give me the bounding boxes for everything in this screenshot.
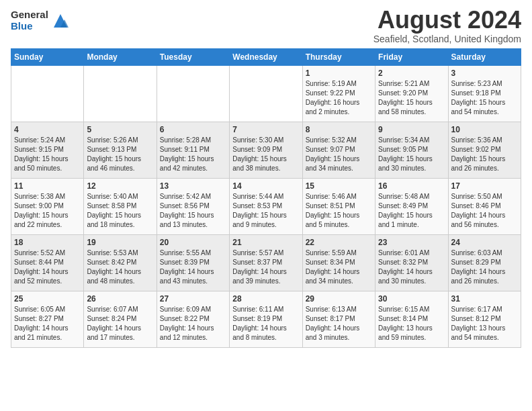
logo-text: General Blue	[11, 9, 48, 32]
calendar-cell: 14Sunrise: 5:44 AMSunset: 8:53 PMDayligh…	[230, 178, 302, 234]
calendar-week-3: 11Sunrise: 5:38 AMSunset: 9:00 PMDayligh…	[11, 178, 521, 234]
calendar-week-5: 25Sunrise: 6:05 AMSunset: 8:27 PMDayligh…	[11, 291, 521, 347]
day-info: Sunrise: 5:42 AMSunset: 8:56 PMDaylight:…	[160, 192, 226, 230]
day-info: Sunrise: 5:59 AMSunset: 8:34 PMDaylight:…	[306, 248, 372, 286]
calendar-header-sunday: Sunday	[11, 48, 84, 65]
day-number: 28	[232, 294, 299, 304]
day-number: 20	[160, 238, 226, 247]
calendar-cell: 1Sunrise: 5:19 AMSunset: 9:22 PMDaylight…	[302, 65, 375, 122]
day-info: Sunrise: 6:13 AMSunset: 8:17 PMDaylight:…	[306, 305, 372, 342]
calendar-cell: 25Sunrise: 6:05 AMSunset: 8:27 PMDayligh…	[11, 291, 84, 347]
calendar-cell: 22Sunrise: 5:59 AMSunset: 8:34 PMDayligh…	[302, 234, 375, 291]
day-number: 8	[306, 125, 372, 134]
main-title: August 2024	[373, 7, 521, 34]
day-info: Sunrise: 5:23 AMSunset: 9:18 PMDaylight:…	[451, 79, 518, 117]
logo: General Blue	[11, 9, 70, 32]
calendar-cell: 3Sunrise: 5:23 AMSunset: 9:18 PMDaylight…	[448, 65, 521, 122]
day-number: 29	[306, 294, 372, 304]
header: General Blue August 2024 Seafield, Scotl…	[11, 7, 521, 44]
logo-blue: Blue	[11, 21, 48, 32]
title-block: August 2024 Seafield, Scotland, United K…	[373, 7, 521, 44]
day-number: 21	[232, 238, 299, 247]
calendar-cell: 2Sunrise: 5:21 AMSunset: 9:20 PMDaylight…	[375, 65, 448, 122]
day-info: Sunrise: 5:57 AMSunset: 8:37 PMDaylight:…	[232, 248, 299, 286]
day-info: Sunrise: 5:34 AMSunset: 9:05 PMDaylight:…	[378, 136, 445, 173]
calendar-cell: 18Sunrise: 5:52 AMSunset: 8:44 PMDayligh…	[11, 234, 84, 291]
calendar-week-2: 4Sunrise: 5:24 AMSunset: 9:15 PMDaylight…	[11, 122, 521, 178]
calendar-cell: 5Sunrise: 5:26 AMSunset: 9:13 PMDaylight…	[84, 122, 157, 178]
day-info: Sunrise: 5:38 AMSunset: 9:00 PMDaylight:…	[14, 192, 81, 230]
calendar-header-wednesday: Wednesday	[230, 48, 302, 65]
day-info: Sunrise: 5:32 AMSunset: 9:07 PMDaylight:…	[306, 136, 372, 173]
day-number: 14	[232, 181, 299, 191]
day-info: Sunrise: 5:28 AMSunset: 9:11 PMDaylight:…	[160, 136, 226, 173]
subtitle: Seafield, Scotland, United Kingdom	[373, 34, 521, 44]
day-info: Sunrise: 6:09 AMSunset: 8:22 PMDaylight:…	[160, 305, 226, 342]
day-info: Sunrise: 5:46 AMSunset: 8:51 PMDaylight:…	[306, 192, 372, 230]
day-number: 17	[451, 181, 518, 191]
day-info: Sunrise: 5:50 AMSunset: 8:46 PMDaylight:…	[451, 192, 518, 230]
calendar-cell: 20Sunrise: 5:55 AMSunset: 8:39 PMDayligh…	[157, 234, 229, 291]
day-number: 2	[378, 68, 445, 78]
day-info: Sunrise: 6:05 AMSunset: 8:27 PMDaylight:…	[14, 305, 81, 342]
day-number: 22	[306, 238, 372, 247]
day-number: 7	[232, 125, 299, 134]
day-info: Sunrise: 6:15 AMSunset: 8:14 PMDaylight:…	[378, 305, 445, 342]
calendar-header-thursday: Thursday	[302, 48, 375, 65]
page: General Blue August 2024 Seafield, Scotl…	[0, 0, 532, 411]
day-info: Sunrise: 5:36 AMSunset: 9:02 PMDaylight:…	[451, 136, 518, 173]
calendar-cell	[84, 65, 157, 122]
day-info: Sunrise: 5:30 AMSunset: 9:09 PMDaylight:…	[232, 136, 299, 173]
day-number: 19	[87, 238, 153, 247]
calendar-cell: 4Sunrise: 5:24 AMSunset: 9:15 PMDaylight…	[11, 122, 84, 178]
day-info: Sunrise: 6:01 AMSunset: 8:32 PMDaylight:…	[378, 248, 445, 286]
calendar-cell: 23Sunrise: 6:01 AMSunset: 8:32 PMDayligh…	[375, 234, 448, 291]
calendar-cell: 15Sunrise: 5:46 AMSunset: 8:51 PMDayligh…	[302, 178, 375, 234]
day-info: Sunrise: 5:48 AMSunset: 8:49 PMDaylight:…	[378, 192, 445, 230]
day-info: Sunrise: 6:11 AMSunset: 8:19 PMDaylight:…	[232, 305, 299, 342]
calendar-cell: 26Sunrise: 6:07 AMSunset: 8:24 PMDayligh…	[84, 291, 157, 347]
calendar-cell: 13Sunrise: 5:42 AMSunset: 8:56 PMDayligh…	[157, 178, 229, 234]
day-info: Sunrise: 6:07 AMSunset: 8:24 PMDaylight:…	[87, 305, 153, 342]
calendar-cell: 29Sunrise: 6:13 AMSunset: 8:17 PMDayligh…	[302, 291, 375, 347]
day-number: 10	[451, 125, 518, 134]
day-info: Sunrise: 5:44 AMSunset: 8:53 PMDaylight:…	[232, 192, 299, 230]
day-number: 24	[451, 238, 518, 247]
day-info: Sunrise: 5:55 AMSunset: 8:39 PMDaylight:…	[160, 248, 226, 286]
day-number: 11	[14, 181, 81, 191]
logo-general: General	[11, 9, 48, 21]
day-number: 31	[451, 294, 518, 304]
day-number: 1	[306, 68, 372, 78]
calendar-cell: 30Sunrise: 6:15 AMSunset: 8:14 PMDayligh…	[375, 291, 448, 347]
day-number: 4	[14, 125, 81, 134]
day-info: Sunrise: 5:24 AMSunset: 9:15 PMDaylight:…	[14, 136, 81, 173]
day-number: 27	[160, 294, 226, 304]
calendar-header-saturday: Saturday	[448, 48, 521, 65]
day-number: 23	[378, 238, 445, 247]
calendar-cell	[230, 65, 302, 122]
calendar-week-4: 18Sunrise: 5:52 AMSunset: 8:44 PMDayligh…	[11, 234, 521, 291]
day-info: Sunrise: 6:17 AMSunset: 8:12 PMDaylight:…	[451, 305, 518, 342]
calendar-cell: 10Sunrise: 5:36 AMSunset: 9:02 PMDayligh…	[448, 122, 521, 178]
calendar-cell: 12Sunrise: 5:40 AMSunset: 8:58 PMDayligh…	[84, 178, 157, 234]
day-info: Sunrise: 5:26 AMSunset: 9:13 PMDaylight:…	[87, 136, 153, 173]
calendar-header-friday: Friday	[375, 48, 448, 65]
day-number: 15	[306, 181, 372, 191]
calendar-week-1: 1Sunrise: 5:19 AMSunset: 9:22 PMDaylight…	[11, 65, 521, 122]
day-info: Sunrise: 5:19 AMSunset: 9:22 PMDaylight:…	[306, 79, 372, 117]
calendar-cell: 7Sunrise: 5:30 AMSunset: 9:09 PMDaylight…	[230, 122, 302, 178]
logo-icon	[51, 11, 70, 30]
day-number: 30	[378, 294, 445, 304]
calendar-cell: 8Sunrise: 5:32 AMSunset: 9:07 PMDaylight…	[302, 122, 375, 178]
day-number: 26	[87, 294, 153, 304]
calendar-cell: 27Sunrise: 6:09 AMSunset: 8:22 PMDayligh…	[157, 291, 229, 347]
calendar-header-row: SundayMondayTuesdayWednesdayThursdayFrid…	[11, 48, 521, 65]
day-info: Sunrise: 5:21 AMSunset: 9:20 PMDaylight:…	[378, 79, 445, 117]
calendar-cell: 6Sunrise: 5:28 AMSunset: 9:11 PMDaylight…	[157, 122, 229, 178]
calendar-cell: 16Sunrise: 5:48 AMSunset: 8:49 PMDayligh…	[375, 178, 448, 234]
day-info: Sunrise: 5:40 AMSunset: 8:58 PMDaylight:…	[87, 192, 153, 230]
calendar-cell: 21Sunrise: 5:57 AMSunset: 8:37 PMDayligh…	[230, 234, 302, 291]
day-info: Sunrise: 6:03 AMSunset: 8:29 PMDaylight:…	[451, 248, 518, 286]
day-number: 12	[87, 181, 153, 191]
day-info: Sunrise: 5:52 AMSunset: 8:44 PMDaylight:…	[14, 248, 81, 286]
